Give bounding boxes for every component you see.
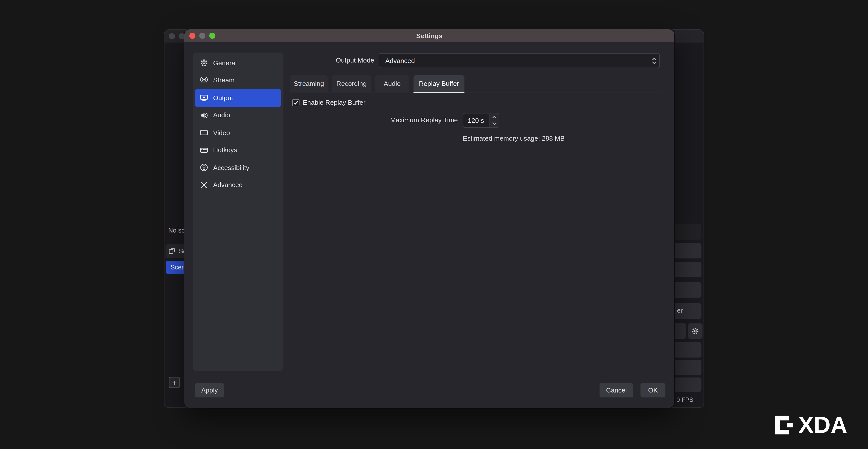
inactive-minimize-button[interactable] <box>179 33 185 39</box>
sidebar-item-label: Output <box>213 94 233 102</box>
minimize-button[interactable] <box>199 33 205 39</box>
scene-item-label: Scen <box>170 264 185 270</box>
cancel-button-label: Cancel <box>606 386 627 394</box>
sidebar-item-label: Video <box>213 129 230 137</box>
apply-button[interactable]: Apply <box>195 383 224 397</box>
tabs-divider <box>290 92 661 92</box>
tab-label: Recording <box>336 79 367 87</box>
virtual-camera-config-button[interactable] <box>688 323 703 339</box>
no-source-text: No sc <box>168 227 185 233</box>
spin-down-button[interactable] <box>490 120 499 127</box>
tab-label: Audio <box>384 79 401 87</box>
sidebar-item-label: Audio <box>213 111 230 119</box>
enable-replay-row[interactable]: Enable Replay Buffer <box>292 98 366 106</box>
sidebar-item-video[interactable]: Video <box>195 124 281 141</box>
speaker-icon <box>199 111 208 120</box>
close-button[interactable] <box>189 33 195 39</box>
plus-icon: + <box>172 379 177 387</box>
xda-logo-text: XDA <box>798 414 847 436</box>
gear-icon <box>199 59 208 67</box>
tab-replay-buffer[interactable]: Replay Buffer <box>413 75 464 92</box>
memory-usage-text: Estimated memory usage: 288 MB <box>463 135 565 142</box>
sidebar-item-stream[interactable]: Stream <box>195 71 281 89</box>
sidebar-item-hotkeys[interactable]: Hotkeys <box>195 141 281 159</box>
sidebar-item-general[interactable]: General <box>195 54 281 71</box>
stage: No sc Sce Scen + er <box>0 0 868 449</box>
xda-logo-icon <box>774 415 794 436</box>
tools-icon <box>199 181 208 189</box>
sidebar-item-accessibility[interactable]: Accessibility <box>195 159 281 176</box>
sidebar-item-label: Accessibility <box>213 164 249 171</box>
ok-button[interactable]: OK <box>641 383 665 397</box>
sidebar-item-audio[interactable]: Audio <box>195 106 281 124</box>
ok-button-label: OK <box>648 386 658 394</box>
max-replay-time-label: Maximum Replay Time <box>350 116 458 124</box>
settings-sidebar: General Stream <box>193 53 283 371</box>
sidebar-item-label: Advanced <box>213 181 243 189</box>
zoom-button[interactable] <box>209 33 215 39</box>
fps-status-text: 0 FPS <box>676 396 693 403</box>
check-icon <box>293 99 299 105</box>
sidebar-item-label: Stream <box>213 76 235 84</box>
tab-label: Streaming <box>294 79 324 87</box>
inactive-close-button[interactable] <box>169 33 175 39</box>
settings-titlebar[interactable]: Settings <box>184 29 674 42</box>
sidebar-item-label: Hotkeys <box>213 146 237 154</box>
display-icon <box>199 128 208 137</box>
enable-replay-checkbox[interactable] <box>292 99 300 106</box>
output-icon <box>199 93 208 102</box>
settings-title: Settings <box>416 32 442 40</box>
output-mode-label: Output Mode <box>284 57 374 64</box>
output-mode-value: Advanced <box>379 57 415 65</box>
tab-audio[interactable]: Audio <box>375 75 409 92</box>
spinner-buttons <box>489 114 499 127</box>
replay-buffer-button-label-fragment: er <box>677 307 683 314</box>
screenshot-root: No sc Sce Scen + er <box>0 0 868 449</box>
tab-streaming[interactable]: Streaming <box>290 75 328 92</box>
chevron-up-icon <box>492 116 497 118</box>
sidebar-item-advanced[interactable]: Advanced <box>195 176 281 194</box>
select-chevrons-icon <box>651 57 657 65</box>
accessibility-icon <box>199 163 208 172</box>
chevron-down-icon <box>492 123 497 125</box>
output-mode-select[interactable]: Advanced <box>379 53 660 68</box>
scenes-icon <box>168 247 176 255</box>
apply-button-label: Apply <box>201 386 218 394</box>
tab-recording[interactable]: Recording <box>332 75 371 92</box>
enable-replay-label: Enable Replay Buffer <box>303 98 366 106</box>
sidebar-item-label: General <box>213 59 237 67</box>
cancel-button[interactable]: Cancel <box>599 383 633 397</box>
spin-up-button[interactable] <box>490 114 499 121</box>
broadcast-icon <box>199 76 208 85</box>
tab-label: Replay Buffer <box>419 79 459 87</box>
sidebar-item-output[interactable]: Output <box>195 89 281 106</box>
add-scene-button[interactable]: + <box>169 377 180 388</box>
gear-icon <box>691 327 699 335</box>
settings-dialog: Settings General <box>184 29 674 408</box>
keyboard-icon <box>199 146 208 154</box>
xda-watermark: XDA <box>774 414 847 436</box>
max-replay-time-spinbox[interactable]: 120 s <box>463 113 499 128</box>
max-replay-time-value: 120 s <box>468 117 484 125</box>
